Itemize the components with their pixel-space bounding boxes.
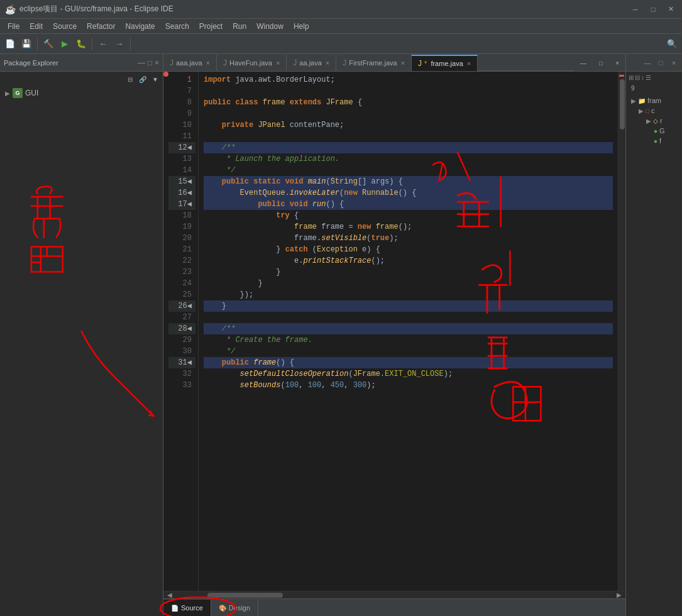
code-line-23: } [204, 267, 613, 278]
tab-frame-java[interactable]: J * frame.java × [412, 55, 478, 71]
run-button[interactable]: ▶ [57, 36, 72, 52]
search-button[interactable]: 🔍 [664, 36, 679, 52]
horizontal-scrollbar[interactable]: ◀ ▶ [163, 591, 625, 598]
tab-label-2: HaveFun.java [229, 59, 272, 67]
code-line-11 [204, 131, 613, 142]
line-26: 26◀ [168, 300, 195, 312]
right-panel-content: ⊞ ⊟ ↕ ☰ 9 ▶ 📁 fram ▶ □ c [626, 72, 682, 148]
app-icon: ☕ [5, 4, 16, 14]
code-line-1: import java.awt.BorderLayout; [204, 74, 613, 85]
menu-edit[interactable]: Edit [25, 21, 48, 32]
code-line-32: setDefaultCloseOperation(JFrame.EXIT_ON_… [204, 368, 613, 380]
error-minimap-marker [619, 75, 624, 77]
view-menu-icon[interactable]: ▼ [150, 74, 160, 84]
tab-aa-java[interactable]: J aa.java × [287, 55, 336, 71]
maximize-button[interactable]: □ [647, 3, 659, 16]
rp-icon-2[interactable]: ⊟ [635, 74, 640, 81]
scroll-right-btn[interactable]: ▶ [613, 591, 625, 599]
rp-maximize-btn[interactable]: □ [655, 57, 666, 69]
build-button[interactable]: 🔨 [41, 36, 56, 52]
right-tree-item-f[interactable]: ● f [651, 136, 679, 146]
tab-close-icon[interactable]: × [206, 59, 210, 67]
code-content[interactable]: import java.awt.BorderLayout; public cla… [199, 72, 618, 591]
tree-label-G: G [659, 127, 665, 135]
tab-close-icon-5[interactable]: × [467, 60, 471, 67]
menu-file[interactable]: File [3, 21, 25, 32]
right-tree-item-fram[interactable]: ▶ 📁 fram [629, 96, 679, 106]
menu-source[interactable]: Source [48, 21, 82, 32]
scroll-thumb[interactable] [620, 79, 625, 129]
menu-refactor[interactable]: Refactor [82, 21, 120, 32]
tab-firstframe-java[interactable]: J FirstFrame.java × [336, 55, 412, 71]
tab-havefun-java[interactable]: J HaveFun.java × [217, 55, 287, 71]
menu-navigate[interactable]: Navigate [120, 21, 160, 32]
debug-button[interactable]: 🐛 [74, 36, 89, 52]
tree-label-fram: fram [647, 97, 661, 104]
maximize-panel-icon[interactable]: □ [148, 58, 152, 67]
project-icon: G [13, 88, 23, 98]
right-tree-item-r[interactable]: ▶ ◇ r [644, 116, 679, 126]
green-dot-icon-f: ● [654, 138, 657, 145]
toolbar: 📄 💾 🔨 ▶ 🐛 ← → 🔍 [0, 34, 682, 54]
line-11: 11 [168, 131, 195, 142]
tab-minimize-btn[interactable]: — [574, 55, 593, 71]
right-tree-sub3: ● G ● f [644, 126, 679, 146]
rp-minimize-btn[interactable]: — [642, 57, 653, 69]
right-tree-item-G[interactable]: ● G [651, 126, 679, 136]
code-line-16: EventQueue.invokeLater(new Runnable() { [204, 187, 613, 199]
rp-close-btn[interactable]: × [668, 57, 679, 69]
line-23: 23 [168, 267, 195, 278]
line-13: 13 [168, 153, 195, 165]
tab-aaa-java[interactable]: J aaa.java × [163, 55, 217, 71]
code-line-14: */ [204, 165, 613, 176]
tab-maximize-btn[interactable]: □ [593, 55, 609, 71]
editor-vertical-scrollbar[interactable] [618, 72, 625, 591]
right-tree-item-c[interactable]: ▶ □ c [636, 106, 679, 116]
toolbar-sep-2 [92, 38, 92, 50]
menu-help[interactable]: Help [289, 21, 314, 32]
rp-icon-1[interactable]: ⊞ [629, 74, 634, 81]
line-22: 22 [168, 255, 195, 267]
menu-project[interactable]: Project [194, 21, 228, 32]
menu-search[interactable]: Search [160, 21, 194, 32]
tab-close-panel-btn[interactable]: × [609, 55, 625, 71]
tab-close-icon-2[interactable]: × [276, 59, 280, 67]
collapse-all-icon[interactable]: ⊟ [125, 74, 135, 84]
tree-item-gui[interactable]: ▶ G GUI [3, 87, 160, 99]
tab-close-icon-3[interactable]: × [326, 59, 329, 67]
code-line-25: }); [204, 289, 613, 300]
minimize-panel-icon[interactable]: — [138, 58, 145, 67]
right-panel-header: — □ × [626, 54, 682, 72]
close-button[interactable]: ✕ [664, 3, 677, 16]
tab-label: aaa.java [176, 59, 202, 67]
back-button[interactable]: ← [96, 36, 111, 52]
line-9-indicator: 9 [631, 85, 635, 92]
design-tab[interactable]: 🎨 Design [211, 600, 258, 616]
rp-icon-3[interactable]: ↕ [641, 74, 644, 81]
package-explorer-title: Package Explorer [4, 59, 138, 67]
code-editor[interactable]: 1 7 8 9 10 11 12◀ 13 14 15◀ 16◀ 17◀ 18 1… [163, 72, 625, 591]
new-button[interactable]: 📄 [3, 36, 18, 52]
code-line-19: frame frame = new frame(); [204, 221, 613, 233]
rp-icon-4[interactable]: ☰ [646, 74, 651, 81]
line-14: 14 [168, 165, 195, 176]
code-line-24: } [204, 278, 613, 289]
tab-close-icon-4[interactable]: × [401, 59, 405, 67]
minimize-button[interactable]: ─ [629, 3, 642, 16]
h-scroll-thumb[interactable] [207, 593, 283, 598]
error-indicator-strip [163, 72, 168, 591]
menu-window[interactable]: Window [251, 21, 289, 32]
right-tree-sub2: ▶ ◇ r ● G ● f [636, 116, 679, 146]
green-dot-icon: ● [654, 128, 657, 135]
line-16: 16◀ [168, 187, 195, 199]
close-panel-icon[interactable]: × [155, 58, 159, 67]
source-tab[interactable]: 📄 Source [163, 600, 211, 616]
save-button[interactable]: 💾 [19, 36, 34, 52]
line-29: 29 [168, 334, 195, 346]
menu-run[interactable]: Run [228, 21, 251, 32]
link-with-editor-icon[interactable]: 🔗 [138, 74, 148, 84]
forward-button[interactable]: → [112, 36, 127, 52]
code-line-18: try { [204, 210, 613, 221]
scroll-left-btn[interactable]: ◀ [163, 591, 176, 599]
expand-icon-2: ▶ [639, 107, 644, 114]
